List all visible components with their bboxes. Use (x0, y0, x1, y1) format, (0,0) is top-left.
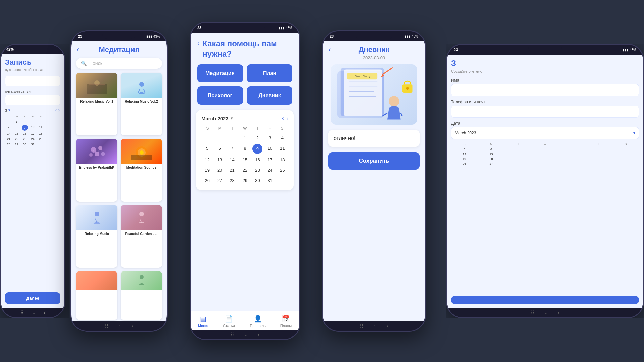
hd-14[interactable]: 14 (226, 155, 238, 164)
date-dropdown[interactable]: 3 ▾ < > (5, 108, 60, 112)
cal-day-23[interactable]: 23 (21, 137, 29, 141)
hd-19[interactable]: 19 (201, 166, 213, 175)
partial-input2[interactable] (5, 95, 60, 105)
cal-day-24[interactable]: 24 (29, 137, 37, 141)
hd-31[interactable]: 31 (264, 176, 276, 185)
hd-18[interactable]: 18 (277, 155, 288, 164)
search-bar-meditation[interactable]: 🔍 Поиск (76, 58, 162, 69)
save-btn-diary[interactable]: Сохранить (328, 152, 420, 170)
rcd-12[interactable]: 12 (451, 152, 477, 157)
hd-3[interactable]: 3 (264, 133, 276, 142)
cal-day-22[interactable]: 22 (13, 137, 20, 141)
help-title: Какая помощь вам нужна? (202, 38, 292, 59)
hd-5[interactable]: 5 (201, 144, 213, 154)
partial-input1[interactable] (5, 76, 60, 86)
hd-23[interactable]: 23 (252, 166, 263, 175)
cal-next-help[interactable]: › (287, 115, 288, 121)
cal-day-25[interactable]: 25 (37, 137, 44, 141)
hd-27[interactable]: 27 (214, 176, 225, 185)
nav-menu[interactable]: ▤ Меню (198, 315, 208, 328)
hd-8[interactable]: 8 (239, 144, 251, 154)
hd-7[interactable]: 7 (226, 144, 238, 154)
btn-diary[interactable]: Дневник (247, 86, 292, 105)
right-date-dropdown[interactable]: March 2023 ▾ (451, 127, 639, 139)
cal-day-28[interactable]: 28 (5, 142, 12, 147)
card-5[interactable]: Relaxing Music (76, 205, 117, 268)
cal-day-21[interactable]: 21 (5, 137, 12, 141)
cal-day-15[interactable]: 15 (13, 131, 20, 136)
cal-day-31[interactable]: 31 (29, 142, 37, 147)
hd-16[interactable]: 16 (252, 155, 263, 164)
card-7[interactable] (76, 271, 117, 320)
hd-6[interactable]: 6 (214, 144, 225, 154)
cal-day-1[interactable]: 1 (13, 119, 20, 124)
rcd-5[interactable]: 5 (451, 147, 477, 152)
next-button[interactable]: Далее (5, 292, 60, 304)
hd-12[interactable]: 12 (201, 155, 213, 164)
cal-day-29[interactable]: 29 (13, 142, 20, 147)
cal-day-17[interactable]: 17 (29, 131, 37, 136)
card-4[interactable]: Meditation Sounds (121, 139, 162, 201)
card-6[interactable]: Peaceful Garden - ... (121, 205, 162, 268)
nav-plans[interactable]: 📅 Планы (280, 315, 292, 328)
diary-text-content[interactable]: отлично! (328, 130, 420, 147)
cal-day-10[interactable]: 10 (29, 125, 37, 131)
rcd-26[interactable]: 26 (451, 161, 477, 166)
menu-icon-help: ⠿ (230, 331, 234, 338)
hd-20[interactable]: 20 (214, 166, 225, 175)
hd-22[interactable]: 22 (239, 166, 251, 175)
btn-psychologist[interactable]: Психолог (197, 86, 243, 105)
right-input-contact[interactable] (451, 106, 639, 118)
hd-30[interactable]: 30 (252, 176, 263, 185)
hd-e2 (214, 133, 225, 142)
rcd-6[interactable]: 6 (478, 147, 504, 152)
hd-29[interactable]: 29 (239, 176, 251, 185)
cal-day-16[interactable]: 16 (21, 131, 29, 136)
hd-11[interactable]: 11 (277, 144, 288, 154)
card-3[interactable]: ENDLESS Endless by PrabajithK (76, 139, 117, 201)
rcd-27[interactable]: 27 (478, 161, 504, 166)
thumb-svg-6 (135, 209, 148, 226)
cal-day-18[interactable]: 18 (37, 131, 44, 136)
right-input-name[interactable] (451, 84, 639, 96)
hd-17[interactable]: 17 (264, 155, 276, 164)
hd-13[interactable]: 13 (214, 155, 225, 164)
card-1[interactable]: Relaxing Music Vol.1 (76, 73, 117, 135)
hd-26[interactable]: 26 (201, 176, 213, 185)
back-btn-diary[interactable]: ‹ (328, 45, 331, 54)
back-btn-help[interactable]: ‹ (197, 39, 200, 48)
hd-25[interactable]: 25 (277, 166, 288, 175)
cal-day-8[interactable]: 8 (13, 125, 20, 131)
hd-4[interactable]: 4 (277, 133, 288, 142)
cal-prev-help[interactable]: ‹ (282, 115, 284, 121)
cal-nav-next[interactable]: > (58, 108, 60, 112)
cal-day-30[interactable]: 30 (21, 142, 29, 147)
btn-meditation[interactable]: Медитация (197, 64, 243, 82)
nav-articles[interactable]: 📄 Статьи (223, 315, 235, 328)
hd-10[interactable]: 10 (264, 144, 276, 154)
right-save-btn[interactable] (451, 296, 639, 304)
hd-9-selected[interactable]: 9 (252, 144, 262, 154)
hd-2[interactable]: 2 (252, 133, 263, 142)
header-meditation: ‹ Медитация (71, 41, 167, 57)
card-8[interactable] (121, 271, 162, 320)
rcd-20[interactable]: 20 (478, 157, 504, 161)
mini-cal-week1: 1 (5, 119, 60, 124)
hd-28[interactable]: 28 (226, 176, 238, 185)
back-btn-meditation[interactable]: ‹ (77, 45, 79, 54)
cal-day-14[interactable]: 14 (5, 131, 12, 136)
nav-profile[interactable]: 👤 Профиль (250, 315, 266, 328)
cal-day-7[interactable]: 7 (5, 125, 12, 131)
hd-1[interactable]: 1 (239, 133, 251, 142)
cal-day-9-selected[interactable]: 9 (22, 125, 28, 131)
cal-day-11[interactable]: 11 (37, 125, 44, 131)
rcd-13[interactable]: 13 (478, 152, 504, 157)
hd-15[interactable]: 15 (239, 155, 251, 164)
cal-nav-prev[interactable]: < (55, 108, 57, 112)
card-2[interactable]: Relaxing Music Vol.2 (121, 73, 162, 135)
hd-24[interactable]: 24 (264, 166, 276, 175)
hd-21[interactable]: 21 (226, 166, 238, 175)
rcd-19[interactable]: 19 (451, 157, 477, 161)
btn-plan[interactable]: План (247, 64, 292, 82)
menu-icon-right: ⠿ (531, 310, 535, 316)
